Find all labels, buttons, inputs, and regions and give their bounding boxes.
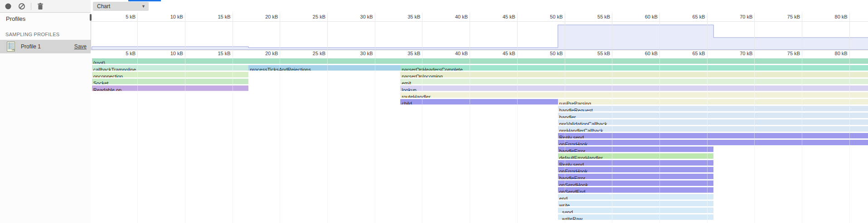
flame-frame-label: emit <box>400 81 411 84</box>
flame-frame-label: handleRequest <box>558 108 593 111</box>
tick-label: 75 kB <box>767 51 800 56</box>
profiles-toolbar <box>0 0 91 12</box>
flame-frame-_writeRaw[interactable]: _writeRaw <box>558 214 713 220</box>
flame-frame-label: Readable.on <box>92 87 121 91</box>
tick-label: 5 kB <box>103 51 136 56</box>
tick-label: 25 kB <box>293 14 325 19</box>
flame-frame-routeHandler[interactable]: routeHandler <box>400 92 868 98</box>
save-profile-link[interactable]: Save <box>74 43 87 50</box>
flame-frame-label: routeHandler <box>400 94 431 98</box>
flame-frame-label: handler <box>558 114 576 118</box>
flame-frame-label: parserOnHeadersComplete <box>400 67 463 71</box>
flame-frame-label: onconnection <box>92 74 123 77</box>
flame-frame-parserOnIncoming[interactable]: parserOnIncoming <box>400 72 868 77</box>
tick-label: 75 kB <box>767 14 800 19</box>
view-mode-select[interactable]: Chart ▼ <box>93 2 149 11</box>
tick-label: 40 kB <box>435 14 468 19</box>
flame-frame-onErrorHook[interactable]: onErrorHook <box>558 167 713 172</box>
flame-frame-label: onErrorHook <box>558 169 587 172</box>
flame-frame-label: Reply.send <box>558 162 584 166</box>
flame-frame-preHandlerCallback[interactable]: preHandlerCallback <box>558 126 868 132</box>
tick-label: 60 kB <box>625 14 658 19</box>
flame-frame-label: handleError <box>558 148 585 152</box>
active-tab-underline <box>128 0 161 1</box>
flame-frame-label: callbackTrampoline <box>92 67 136 71</box>
sidebar-item-profile-1[interactable]: % Profile 1 Save <box>0 40 91 53</box>
flame-frame-handleError[interactable]: handleError <box>558 174 713 179</box>
tick-label: 80 kB <box>815 14 848 19</box>
delete-profile-button[interactable] <box>35 1 46 12</box>
clear-button[interactable] <box>16 1 27 12</box>
profiles-title: Profiles <box>6 15 25 22</box>
chart-region: Chart ▼ 5 kB10 kB15 kB20 kB25 kB30 kB35 … <box>91 0 868 223</box>
flame-frame-preValidationCallback[interactable]: preValidationCallback <box>558 119 868 125</box>
record-button[interactable] <box>3 1 14 12</box>
tick-label: 80 kB <box>815 51 848 56</box>
flame-frame-callbackTrampoline[interactable]: callbackTrampoline <box>92 65 249 71</box>
flame-frame-label: runPreParsing <box>558 101 591 104</box>
sampling-profiles-section-title: SAMPLING PROFILES <box>5 32 59 37</box>
flame-frame-Socket[interactable]: Socket <box>92 79 249 84</box>
flame-frame-label: Reply.send <box>558 135 584 138</box>
flame-frame-label: processTicksAndRejections <box>248 67 311 71</box>
tick-label: 50 kB <box>530 14 563 19</box>
record-icon <box>5 3 12 10</box>
flame-frame-defaultErrorHandler[interactable]: defaultErrorHandler <box>558 153 713 159</box>
tick-label: 45 kB <box>483 51 515 56</box>
chevron-down-icon: ▼ <box>141 4 145 9</box>
flame-frame-handleRequest[interactable]: handleRequest <box>558 106 868 111</box>
tick-label: 65 kB <box>673 51 705 56</box>
flame-frame-child[interactable]: child <box>400 99 558 104</box>
flame-frame-processTicksAndRejections[interactable]: processTicksAndRejections <box>248 65 400 71</box>
tick-label: 50 kB <box>530 51 563 56</box>
flame-frame-label: preValidationCallback <box>558 121 607 125</box>
flame-frame-handleError[interactable]: handleError <box>558 147 713 152</box>
flame-frame-onSendHook[interactable]: onSendHook <box>558 180 713 186</box>
flame-frame-Reply.send[interactable]: Reply.send <box>558 160 713 166</box>
flame-frame-label: child <box>400 101 412 104</box>
overview-left-edge <box>91 21 91 50</box>
tick-label: 10 kB <box>150 51 183 56</box>
flame-frame-label: (root) <box>92 60 105 64</box>
tick-label: 15 kB <box>198 14 231 19</box>
flame-frame-label: end <box>558 196 567 199</box>
tick-label: 25 kB <box>293 51 325 56</box>
profile-name: Profile 1 <box>21 43 41 50</box>
memory-profiler-panel: Profiles SAMPLING PROFILES % Profile 1 S… <box>0 0 868 223</box>
flame-frame-handler[interactable]: handler <box>558 113 868 118</box>
flame-frame-end[interactable]: end <box>558 194 713 199</box>
flame-frame-label: onErrorHook <box>558 142 587 145</box>
tick-label: 45 kB <box>483 14 515 19</box>
tick-label: 20 kB <box>245 14 278 19</box>
flame-frame-label: preHandlerCallback <box>558 128 603 132</box>
tick-label: 35 kB <box>388 14 420 19</box>
flame-frame-label: lookup <box>400 87 416 91</box>
profile-document-icon: % <box>7 42 15 52</box>
flame-frame-label: defaultErrorHandler <box>558 155 603 159</box>
flame-frame-label: handleError <box>558 176 585 179</box>
tick-label: 10 kB <box>150 14 183 19</box>
flame-frame-onconnection[interactable]: onconnection <box>92 72 249 77</box>
flame-frame-parserOnHeadersComplete[interactable]: parserOnHeadersComplete <box>400 65 868 71</box>
flame-chart[interactable]: (root)callbackTrampolineprocessTicksAndR… <box>91 57 868 223</box>
flame-frame-runPreParsing[interactable]: runPreParsing <box>558 99 868 104</box>
flame-frame-emit[interactable]: emit <box>400 79 868 84</box>
flame-frame-label: _writeRaw <box>558 216 582 220</box>
tick-label: 65 kB <box>673 14 705 19</box>
tick-label: 40 kB <box>435 51 468 56</box>
flame-frame-Readable.on[interactable]: Readable.on <box>92 85 249 91</box>
flame-frame-onSendEnd[interactable]: onSendEnd <box>558 187 713 193</box>
view-mode-value: Chart <box>97 3 110 9</box>
flamechart-ruler[interactable]: 5 kB10 kB15 kB20 kB25 kB30 kB35 kB40 kB4… <box>91 50 868 57</box>
flame-frame-root[interactable]: (root) <box>92 58 868 64</box>
overview-ruler[interactable]: 5 kB10 kB15 kB20 kB25 kB30 kB35 kB40 kB4… <box>91 13 868 21</box>
flame-frame-lookup[interactable]: lookup <box>400 85 868 91</box>
flame-frame-_send[interactable]: _send <box>558 208 713 213</box>
flame-frame-onErrorHook[interactable]: onErrorHook <box>558 140 868 145</box>
flame-frame-write_[interactable]: write_ <box>558 201 713 206</box>
toolbar-separator <box>31 3 31 10</box>
flame-frame-Reply.send[interactable]: Reply.send <box>558 133 868 138</box>
tick-label: 15 kB <box>198 51 231 56</box>
flame-frame-label: Socket <box>92 81 109 84</box>
tick-label: 30 kB <box>340 14 373 19</box>
